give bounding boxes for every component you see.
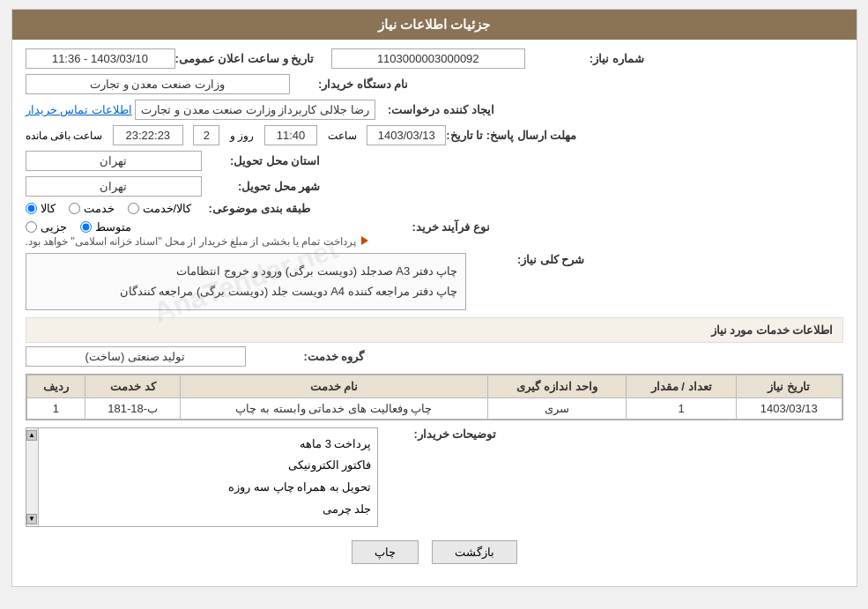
buyer-org-row: نام دستگاه خریدار: وزارت صنعت معدن و تجا…: [26, 74, 843, 94]
row-service-code: ب-18-181: [85, 397, 180, 419]
main-content: شماره نیاز: 1103000003000092 تاریخ و ساع…: [12, 40, 857, 586]
time-label: ساعت: [328, 130, 357, 142]
service-group-value: تولید صنعتی (ساخت): [26, 346, 246, 367]
buyer-org-value: وزارت صنعت معدن و تجارت: [26, 74, 290, 94]
radio-kala-khedmat-label: کالا/خدمت: [143, 202, 192, 215]
notes-line-2: فاکتور الکترونیکی: [44, 455, 372, 477]
services-section-header: اطلاعات خدمات مورد نیاز: [26, 317, 843, 343]
col-unit: واحد اندازه گیری: [487, 375, 626, 397]
radio-khedmat: خدمت: [69, 202, 115, 215]
col-count: تعداد / مقدار: [627, 375, 737, 397]
province-value: تهران: [26, 151, 202, 171]
description-row: شرح کلی نیاز: AnaTender.net چاپ دفتر A3 …: [26, 253, 843, 310]
deadline-time: 11:40: [264, 125, 317, 145]
col-id: ردیف: [26, 375, 85, 397]
description-line-1: چاپ دفتر A3 صدجلد (دویست برگی) ورود و خر…: [33, 261, 458, 281]
buyer-notes-row: توضیحات خریدار: ▲ ▼ پرداخت 3 ماهه فاکتور…: [26, 427, 843, 527]
category-radio-group: کالا/خدمت خدمت کالا: [26, 202, 192, 215]
notes-line-1: پرداخت 3 ماهه: [44, 434, 372, 456]
countdown-label: ساعت باقی مانده: [26, 130, 103, 142]
deadline-datetime: 1403/03/13 ساعت 11:40 روز و 2 23:22:23 س…: [26, 125, 447, 145]
radio-motavaset-input[interactable]: [80, 221, 92, 233]
col-service-code: کد خدمت: [85, 375, 180, 397]
buyer-org-label: نام دستگاه خریدار:: [290, 78, 413, 91]
notes-line-4: جلد چرمی: [44, 499, 372, 521]
province-row: استان محل تحویل: تهران: [26, 151, 843, 171]
print-button[interactable]: چاپ: [352, 540, 419, 564]
countdown-value: 23:22:23: [113, 125, 183, 145]
radio-kala-khedmat: کالا/خدمت: [128, 202, 192, 215]
radio-kala-khedmat-input[interactable]: [128, 203, 139, 214]
announce-label: تاریخ و ساعت اعلان عمومی:: [175, 52, 319, 65]
announce-value: 1403/03/10 - 11:36: [26, 48, 175, 69]
city-label: شهر محل تحویل:: [202, 180, 325, 193]
process-radio-group: متوسط جزیی: [26, 220, 372, 234]
notes-line-3: تحویل به همراه چاپ سه روزه: [44, 477, 372, 499]
process-row: نوع فرآیند خرید: متوسط جزیی پرداخت تمام …: [26, 220, 843, 248]
category-row: طبقه بندی موضوعی: کالا/خدمت خدمت کالا: [26, 202, 843, 215]
deadline-date: 1403/03/13: [367, 125, 446, 145]
table-header-row: تاریخ نیاز تعداد / مقدار واحد اندازه گیر…: [26, 375, 842, 397]
creator-value: رضا جلالی کاربرداز وزارت صنعت معدن و تجا…: [135, 100, 375, 120]
province-label: استان محل تحویل:: [202, 154, 325, 167]
buyer-notes-label: توضیحات خریدار:: [378, 427, 501, 441]
deadline-label: مهلت ارسال پاسخ: تا تاریخ:: [446, 129, 581, 142]
row-service-name: چاپ وفعالیت های خدماتی وابسته به چاپ: [180, 397, 487, 419]
service-group-label: گروه خدمت:: [246, 350, 369, 363]
page-container: جزئیات اطلاعات نیاز شماره نیاز: 11030000…: [11, 9, 857, 587]
row-date: 1403/03/13: [737, 397, 842, 419]
scroll-down-btn[interactable]: ▼: [26, 514, 37, 524]
row-id: 1: [26, 397, 85, 419]
page-header: جزئیات اطلاعات نیاز: [12, 10, 857, 40]
col-service-name: نام خدمت: [180, 375, 487, 397]
page-title: جزئیات اطلاعات نیاز: [378, 17, 490, 32]
days-value: 2: [193, 125, 219, 145]
deadline-row: مهلت ارسال پاسخ: تا تاریخ: 1403/03/13 سا…: [26, 125, 843, 145]
need-number-row: شماره نیاز: 1103000003000092 تاریخ و ساع…: [26, 48, 843, 69]
radio-khedmat-input[interactable]: [69, 203, 80, 214]
radio-motavaset: متوسط: [80, 220, 131, 234]
category-label: طبقه بندی موضوعی:: [191, 202, 315, 215]
radio-motavaset-label: متوسط: [95, 220, 131, 234]
buyer-notes-box: ▲ ▼ پرداخت 3 ماهه فاکتور الکترونیکی تحوی…: [26, 427, 378, 527]
radio-kala-input[interactable]: [26, 203, 37, 214]
radio-kala-label: کالا: [41, 202, 56, 215]
service-group-row: گروه خدمت: تولید صنعتی (ساخت): [26, 346, 843, 367]
scrollbar[interactable]: ▲ ▼: [26, 428, 39, 526]
process-group: متوسط جزیی پرداخت تمام یا بخشی از مبلغ خ…: [26, 220, 372, 248]
row-count: 1: [627, 397, 737, 419]
row-unit: سری: [487, 397, 626, 419]
arrow-icon: [361, 236, 368, 245]
footer-buttons: بازگشت چاپ: [26, 540, 843, 577]
creator-label: ایجاد کننده درخواست:: [375, 103, 499, 116]
radio-kala: کالا: [26, 202, 56, 215]
scroll-up-btn[interactable]: ▲: [26, 430, 37, 441]
day-label: روز و: [230, 130, 254, 142]
need-number-label: شماره نیاز:: [525, 52, 649, 65]
description-box: AnaTender.net چاپ دفتر A3 صدجلد (دویست ب…: [26, 253, 466, 310]
need-number-value: 1103000003000092: [331, 48, 525, 69]
back-button[interactable]: بازگشت: [432, 540, 517, 564]
radio-jozi: جزیی: [26, 220, 67, 234]
services-table: تاریخ نیاز تعداد / مقدار واحد اندازه گیر…: [26, 375, 842, 420]
description-label: شرح کلی نیاز:: [466, 253, 590, 266]
creator-row: ایجاد کننده درخواست: رضا جلالی کاربرداز …: [26, 100, 843, 120]
process-note: پرداخت تمام یا بخشی از مبلغ خریدار از مح…: [26, 235, 372, 248]
process-label: نوع فرآیند خرید:: [371, 220, 494, 234]
radio-khedmat-label: خدمت: [84, 202, 115, 215]
col-date: تاریخ نیاز: [737, 375, 842, 397]
creator-contact-link[interactable]: اطلاعات تماس خریدار: [26, 103, 132, 116]
table-row: 1403/03/13 1 سری چاپ وفعالیت های خدماتی …: [26, 397, 842, 419]
city-row: شهر محل تحویل: تهران: [26, 176, 843, 197]
services-table-container: تاریخ نیاز تعداد / مقدار واحد اندازه گیر…: [26, 374, 843, 420]
radio-jozi-input[interactable]: [26, 221, 37, 233]
city-value: تهران: [26, 176, 202, 197]
radio-jozi-label: جزیی: [41, 220, 67, 234]
description-line-2: چاپ دفتر مراجعه کننده A4 دویست جلد (دویس…: [33, 281, 458, 301]
